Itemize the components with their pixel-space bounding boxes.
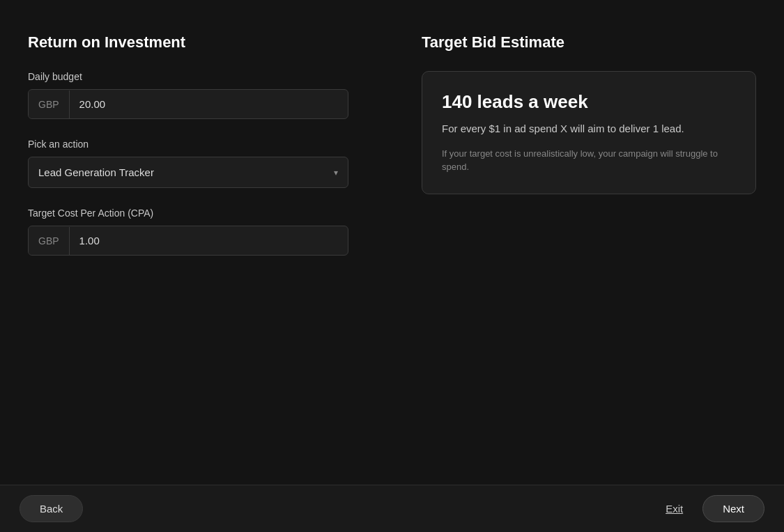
- right-section-title: Target Bid Estimate: [422, 33, 756, 52]
- daily-budget-input-group: GBP: [28, 89, 348, 119]
- estimate-headline: 140 leads a week: [442, 91, 736, 113]
- footer-bar: Back Exit Next: [0, 485, 784, 532]
- estimate-primary-text: For every $1 in ad spend X will aim to d…: [442, 121, 736, 137]
- daily-budget-label: Daily budget: [28, 71, 366, 82]
- exit-button[interactable]: Exit: [654, 496, 694, 522]
- target-cpa-group: Target Cost Per Action (CPA) GBP: [28, 208, 366, 256]
- left-panel: Return on Investment Daily budget GBP Pi…: [28, 33, 366, 457]
- estimate-warning-text: If your target cost is unrealistically l…: [442, 147, 736, 174]
- pick-action-group: Pick an action Lead Generation Tracker ▾: [28, 139, 366, 188]
- pick-action-label: Pick an action: [28, 139, 366, 150]
- pick-action-value: Lead Generation Tracker: [38, 166, 154, 178]
- next-button[interactable]: Next: [702, 495, 764, 522]
- footer-right: Exit Next: [654, 495, 764, 522]
- chevron-down-icon: ▾: [334, 168, 338, 178]
- main-content: Return on Investment Daily budget GBP Pi…: [0, 0, 784, 485]
- target-cpa-prefix: GBP: [29, 227, 70, 255]
- pick-action-select[interactable]: Lead Generation Tracker ▾: [28, 157, 348, 188]
- left-section-title: Return on Investment: [28, 33, 366, 52]
- daily-budget-input[interactable]: [70, 90, 348, 118]
- daily-budget-prefix: GBP: [29, 91, 70, 118]
- back-button[interactable]: Back: [20, 495, 83, 522]
- target-cpa-label: Target Cost Per Action (CPA): [28, 208, 366, 219]
- right-panel: Target Bid Estimate 140 leads a week For…: [422, 33, 756, 457]
- target-cpa-input-group: GBP: [28, 226, 348, 256]
- daily-budget-group: Daily budget GBP: [28, 71, 366, 119]
- estimate-card: 140 leads a week For every $1 in ad spen…: [422, 71, 756, 194]
- pick-action-select-wrapper: Lead Generation Tracker ▾: [28, 157, 348, 188]
- target-cpa-input[interactable]: [70, 226, 348, 255]
